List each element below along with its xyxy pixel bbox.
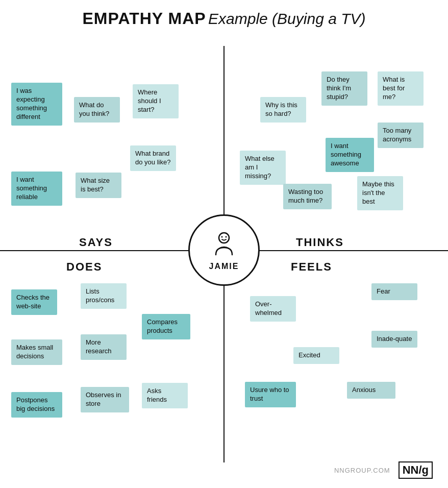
note-s4: What brand do you like? [130, 145, 176, 171]
note-t4: Too many acronyms [378, 123, 424, 148]
note-d3: Lists pros/cons [81, 283, 127, 309]
center-name: JAMIE [209, 262, 239, 271]
does-label: DOES [66, 260, 102, 274]
person-icon [209, 229, 239, 260]
note-f2: Over-whelmed [250, 296, 296, 322]
note-s3: Where should I start? [133, 84, 179, 118]
footer: NNGROUP.COM NN/g [334, 461, 433, 479]
title-area: EMPATHY MAP Example (Buying a TV) [0, 0, 448, 33]
note-s5: I want something reliable [11, 172, 62, 206]
note-d1: Checks the web-site [11, 289, 57, 315]
svg-point-2 [226, 236, 227, 238]
note-d5: Compares products [142, 314, 190, 339]
says-label: SAYS [79, 236, 113, 249]
note-t5: What else am I missing? [240, 151, 286, 185]
note-t1: Do they think I'm stupid? [321, 71, 367, 106]
footer-url: NNGROUP.COM [334, 467, 390, 474]
note-f4: Excited [293, 347, 339, 364]
note-s1: I was expecting something different [11, 83, 62, 126]
note-d7: Observes in store [81, 387, 129, 412]
svg-point-0 [219, 233, 229, 243]
note-d2: Makes small decisions [11, 339, 62, 365]
note-t7: Wasting too much time? [283, 184, 332, 209]
title-bold: EMPATHY MAP [82, 9, 206, 28]
note-f1: Fear [371, 283, 417, 300]
note-f6: Anxious [347, 382, 395, 399]
note-t3: Why is this so hard? [260, 97, 306, 123]
title-italic: Example (Buying a TV) [208, 10, 365, 27]
note-t6: I want something awesome [326, 138, 374, 172]
note-t2: What is best for me? [378, 71, 424, 106]
note-d4: More research [81, 334, 127, 360]
center-circle: JAMIE [188, 214, 260, 286]
note-d6: Postpones big decisions [11, 392, 62, 418]
feels-label: FEELS [291, 260, 332, 274]
note-d8: Asks friends [142, 383, 188, 408]
note-t8: Maybe this isn't the best [357, 176, 403, 210]
note-f3: Inade-quate [371, 331, 417, 348]
note-s2: What do you think? [74, 97, 120, 123]
note-s6: What size is best? [76, 173, 121, 198]
note-f5: Usure who to trust [245, 382, 296, 407]
thinks-label: THINKS [296, 236, 344, 249]
footer-logo: NN/g [399, 461, 433, 479]
svg-point-1 [221, 236, 223, 238]
